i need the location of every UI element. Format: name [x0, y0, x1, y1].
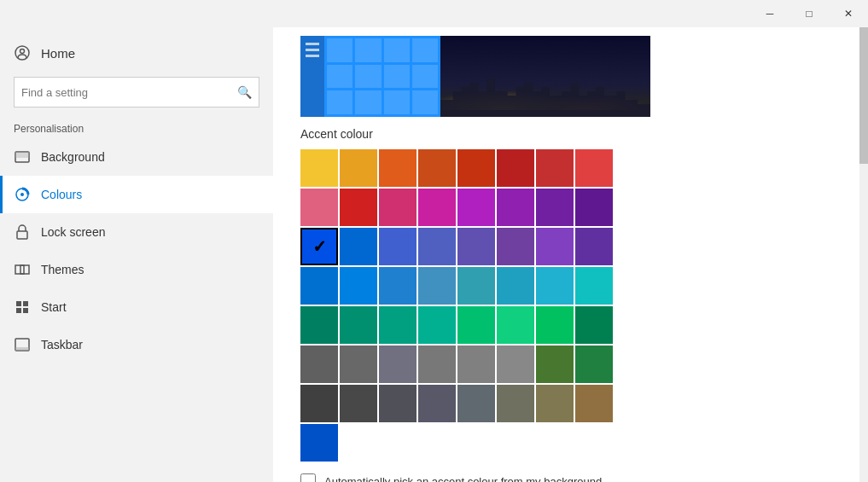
sidebar-item-background[interactable]: Background	[0, 138, 273, 176]
color-swatch[interactable]	[575, 267, 613, 305]
color-swatch[interactable]	[536, 267, 574, 305]
sidebar-item-taskbar[interactable]: Taskbar	[0, 326, 273, 363]
sidebar-item-colours[interactable]: Colours	[0, 176, 273, 213]
color-swatch[interactable]	[418, 267, 456, 305]
close-button[interactable]: ✕	[829, 0, 868, 27]
color-swatch[interactable]	[340, 267, 377, 305]
app-body: Home 🔍 Personalisation Background	[0, 27, 868, 482]
color-swatch[interactable]	[536, 346, 574, 383]
sidebar-item-lock-screen[interactable]: Lock screen	[0, 213, 273, 251]
color-swatch[interactable]	[300, 189, 338, 226]
color-swatch[interactable]	[340, 189, 377, 226]
grid-tile	[384, 90, 410, 114]
lock-screen-icon	[14, 224, 31, 241]
accent-section: Accent colour ✓	[300, 127, 841, 462]
color-swatch[interactable]	[300, 385, 338, 422]
color-swatch[interactable]	[340, 385, 377, 422]
color-swatch[interactable]	[536, 149, 574, 187]
color-swatch[interactable]: ✓	[300, 228, 338, 265]
color-swatch[interactable]	[497, 346, 534, 383]
color-swatch[interactable]	[575, 189, 613, 226]
color-swatch[interactable]	[300, 149, 338, 187]
color-swatch[interactable]	[497, 149, 534, 187]
color-swatch[interactable]	[300, 424, 338, 462]
color-swatch[interactable]	[457, 228, 495, 265]
city-silhouette	[440, 66, 650, 117]
scrollbar[interactable]	[859, 27, 868, 482]
color-swatch[interactable]	[379, 228, 417, 265]
sidebar-item-start[interactable]: Start	[0, 288, 273, 326]
background-label: Background	[41, 150, 105, 164]
color-swatch[interactable]	[340, 306, 377, 344]
color-swatch[interactable]	[418, 306, 456, 344]
color-swatch[interactable]	[457, 346, 495, 383]
color-swatch[interactable]	[418, 346, 456, 383]
color-swatch[interactable]	[340, 228, 377, 265]
color-swatch[interactable]	[575, 228, 613, 265]
color-swatch[interactable]	[575, 306, 613, 344]
search-input[interactable]	[21, 86, 237, 99]
search-box[interactable]: 🔍	[14, 77, 259, 107]
color-swatch[interactable]	[575, 346, 613, 383]
preview-sidebar-bar	[300, 36, 324, 117]
color-swatch[interactable]	[457, 385, 495, 422]
color-swatch[interactable]	[379, 385, 417, 422]
color-swatch[interactable]	[457, 149, 495, 187]
color-swatch[interactable]	[379, 346, 417, 383]
scrollbar-thumb[interactable]	[859, 27, 868, 164]
home-icon	[14, 44, 31, 61]
svg-rect-9	[16, 301, 21, 306]
minimize-button[interactable]: ─	[750, 0, 789, 27]
color-swatch[interactable]	[497, 306, 534, 344]
color-swatch[interactable]	[340, 149, 377, 187]
color-swatch[interactable]	[300, 267, 338, 305]
color-row	[300, 189, 841, 226]
home-button[interactable]: Home	[0, 36, 273, 70]
color-swatch[interactable]	[497, 385, 534, 422]
color-swatch[interactable]	[300, 346, 338, 383]
sidebar-item-themes[interactable]: Themes	[0, 251, 273, 288]
color-swatch[interactable]	[418, 149, 456, 187]
color-swatch[interactable]	[536, 189, 574, 226]
color-swatch[interactable]	[379, 149, 417, 187]
lock-screen-label: Lock screen	[41, 225, 105, 239]
color-swatch[interactable]	[497, 267, 534, 305]
color-swatch[interactable]	[300, 306, 338, 344]
auto-pick-checkbox[interactable]	[300, 473, 316, 482]
color-swatch[interactable]	[497, 228, 534, 265]
color-swatch[interactable]	[536, 306, 574, 344]
colours-icon	[14, 186, 31, 203]
color-swatch[interactable]	[457, 189, 495, 226]
grid-tile	[384, 65, 410, 89]
color-swatch[interactable]	[536, 228, 574, 265]
color-swatch[interactable]	[379, 189, 417, 226]
svg-rect-12	[23, 308, 28, 313]
color-swatch[interactable]	[457, 267, 495, 305]
accent-colour-title: Accent colour	[300, 127, 841, 141]
grid-tile	[412, 38, 438, 62]
home-label: Home	[41, 46, 75, 61]
grid-tile	[412, 90, 438, 114]
svg-rect-7	[15, 265, 24, 274]
color-row	[300, 306, 841, 344]
grid-tile	[355, 65, 381, 89]
grid-tile	[327, 65, 352, 89]
color-swatch[interactable]	[575, 385, 613, 422]
section-label: Personalisation	[0, 114, 273, 138]
color-swatch[interactable]	[575, 149, 613, 187]
maximize-button[interactable]: □	[789, 0, 829, 27]
color-swatch[interactable]	[457, 306, 495, 344]
color-swatch[interactable]	[418, 385, 456, 422]
search-icon: 🔍	[237, 85, 252, 99]
color-row	[300, 385, 841, 422]
color-swatch[interactable]	[497, 189, 534, 226]
svg-point-1	[20, 49, 25, 54]
color-swatch[interactable]	[418, 228, 456, 265]
grid-tile	[327, 38, 352, 62]
color-swatch[interactable]	[340, 346, 377, 383]
color-swatch[interactable]	[379, 306, 417, 344]
sidebar-line-2	[306, 49, 319, 51]
color-swatch[interactable]	[536, 385, 574, 422]
color-swatch[interactable]	[418, 189, 456, 226]
color-swatch[interactable]	[379, 267, 417, 305]
